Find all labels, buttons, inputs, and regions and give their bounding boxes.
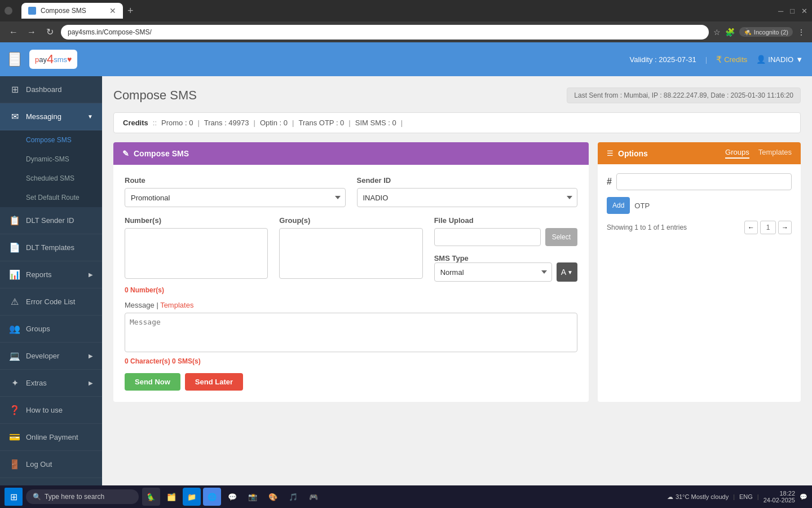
options-body: # Add OTP Showing 1 to 1 of 1 entries ← … <box>598 164 801 243</box>
options-menu-icon: ☰ <box>607 149 614 157</box>
number-count-label: Number(s) <box>130 286 164 294</box>
new-tab-button[interactable]: + <box>127 5 134 17</box>
number-count: 0 Number(s) <box>125 286 577 294</box>
groups-textarea[interactable] <box>279 228 422 279</box>
logo-p: p <box>35 55 39 64</box>
templates-link[interactable]: Templates <box>160 301 193 309</box>
sender-id-label: Sender ID <box>357 176 578 185</box>
messaging-icon: ✉ <box>9 111 20 122</box>
sidebar-item-dlt-sender-id[interactable]: 📋 DLT Sender ID <box>0 207 102 234</box>
options-title: Options <box>618 149 721 158</box>
dlt-templates-icon: 📄 <box>9 242 20 253</box>
sms-type-label: SMS Type <box>434 254 469 262</box>
developer-icon: 💻 <box>9 351 20 361</box>
sidebar-item-error-code-list[interactable]: ⚠ Error Code List <box>0 288 102 316</box>
pagination-buttons: ← 1 → <box>744 221 792 234</box>
options-add-button[interactable]: Add <box>607 197 630 214</box>
send-now-button[interactable]: Send Now <box>125 373 180 391</box>
sidebar-item-online-payment[interactable]: 💳 Online Payment <box>0 424 102 451</box>
send-later-button[interactable]: Send Later <box>185 373 243 391</box>
sender-id-select[interactable]: INADIO <box>357 188 578 207</box>
char-count-value: 0 <box>125 357 129 365</box>
user-info[interactable]: 👤 INADIO ▼ <box>756 55 803 64</box>
messaging-arrow-icon: ▼ <box>87 113 93 120</box>
refresh-btn[interactable]: ↻ <box>43 25 56 39</box>
extras-icon: ✦ <box>9 378 20 388</box>
trans-value: Trans : 49973 <box>204 119 249 127</box>
close-btn[interactable]: ✕ <box>801 7 807 15</box>
tab-close-icon[interactable]: ✕ <box>109 6 116 15</box>
font-button[interactable]: A ▼ <box>557 262 577 282</box>
sidebar-item-log-out[interactable]: 🚪 Log Out <box>0 451 102 478</box>
address-text: pay4sms.in/Compose-SMS/ <box>68 28 152 36</box>
message-textarea[interactable] <box>125 313 577 352</box>
numbers-textarea[interactable] <box>125 228 268 279</box>
extensions-icon[interactable]: 🧩 <box>725 28 735 37</box>
sidebar-item-extras[interactable]: ✦ Extras ▶ <box>0 370 102 397</box>
hash-icon: # <box>607 177 612 187</box>
sidebar-item-reports[interactable]: 📊 Reports ▶ <box>0 261 102 288</box>
file-upload-row: Select <box>434 228 577 246</box>
extras-arrow-icon: ▶ <box>89 380 93 386</box>
options-search-input[interactable] <box>616 173 792 190</box>
header-right: Validity : 2025-07-31 | ₹ Credits 👤 INAD… <box>629 54 803 65</box>
last-sent-info: Last Sent from : Mumbai, IP : 88.222.247… <box>567 87 801 103</box>
sidebar-item-dashboard[interactable]: ⊞ Dashboard <box>0 76 102 103</box>
sidebar-item-developer[interactable]: 💻 Developer ▶ <box>0 343 102 370</box>
file-upload-label: File Upload <box>434 216 577 225</box>
sidebar-item-dlt-templates[interactable]: 📄 DLT Templates <box>0 234 102 261</box>
credits-bar: Credits :: Promo : 0 | Trans : 49973 | O… <box>113 112 801 133</box>
bookmark-icon[interactable]: ☆ <box>713 28 721 37</box>
browser-actions: ☆ 🧩 🕵 Incognito (2) ⋮ <box>713 27 805 37</box>
number-count-value: 0 <box>125 286 129 294</box>
file-upload-input[interactable] <box>434 228 541 246</box>
sender-id-group: Sender ID INADIO <box>357 176 578 207</box>
options-header: ☰ Options Groups Templates <box>598 142 801 164</box>
log-out-icon: 🚪 <box>9 459 20 470</box>
sidebar-item-set-default-route[interactable]: Set Default Route <box>0 188 102 207</box>
maximize-btn[interactable]: □ <box>790 7 795 15</box>
back-btn[interactable]: ← <box>7 25 20 39</box>
sidebar-item-how-to-use[interactable]: ❓ How to use <box>0 397 102 424</box>
browser-chrome: Compose SMS ✕ + ─ □ ✕ ← → ↻ pay4sms.in/C… <box>0 0 812 42</box>
numbers-groups-upload-row: Number(s) Group(s) File Upload <box>125 216 577 282</box>
how-to-use-icon: ❓ <box>9 405 20 415</box>
browser-tab[interactable]: Compose SMS ✕ <box>21 3 123 19</box>
options-search-row: # <box>607 173 792 190</box>
route-select[interactable]: Promotional Transactional OTP <box>125 188 346 207</box>
sidebar-item-messaging[interactable]: ✉ Messaging ▼ <box>0 103 102 130</box>
menu-icon[interactable]: ⋮ <box>797 28 805 37</box>
browser-nav-bar: ← → ↻ pay4sms.in/Compose-SMS/ ☆ 🧩 🕵 Inco… <box>0 21 812 42</box>
sidebar-item-groups[interactable]: 👥 Groups <box>0 316 102 343</box>
next-page-button[interactable]: → <box>778 221 792 234</box>
options-tab-templates[interactable]: Templates <box>758 148 792 159</box>
validity-info: Validity : 2025-07-31 <box>629 55 696 64</box>
sms-count-value: 0 <box>172 357 176 365</box>
forward-btn[interactable]: → <box>25 25 38 39</box>
page-title: Compose SMS <box>113 88 197 103</box>
credits-info[interactable]: ₹ Credits <box>716 54 747 65</box>
select-button[interactable]: Select <box>545 228 577 246</box>
trans-otp-value: Trans OTP : 0 <box>298 119 344 127</box>
tab-title: Compose SMS <box>41 7 86 15</box>
sidebar-item-scheduled-sms[interactable]: Scheduled SMS <box>0 169 102 188</box>
sidebar-item-dynamic-sms[interactable]: Dynamic-SMS <box>0 150 102 169</box>
logo-sms: sms <box>54 55 67 64</box>
sidebar-label-error-code: Error Code List <box>26 297 75 306</box>
hamburger-button[interactable]: ☰ <box>9 52 20 67</box>
address-bar[interactable]: pay4sms.in/Compose-SMS/ <box>61 25 709 40</box>
font-label: A <box>561 268 566 277</box>
window-back-btn[interactable] <box>5 7 12 15</box>
options-tab-groups[interactable]: Groups <box>725 148 749 159</box>
minimize-btn[interactable]: ─ <box>778 7 783 15</box>
sms-type-select[interactable]: Normal Flash Unicode <box>434 262 552 282</box>
sidebar-messaging-submenu: Compose SMS Dynamic-SMS Scheduled SMS Se… <box>0 130 102 207</box>
sidebar-item-compose-sms[interactable]: Compose SMS <box>0 130 102 150</box>
sidebar-label-extras: Extras <box>26 379 47 387</box>
sidebar: ⊞ Dashboard ✉ Messaging ▼ Compose SMS Dy… <box>0 76 102 485</box>
route-group: Route Promotional Transactional OTP <box>125 176 346 207</box>
options-tabs: Groups Templates <box>725 148 792 159</box>
incognito-badge: 🕵 Incognito (2) <box>739 27 793 37</box>
reports-icon: 📊 <box>9 269 20 280</box>
prev-page-button[interactable]: ← <box>744 221 758 234</box>
